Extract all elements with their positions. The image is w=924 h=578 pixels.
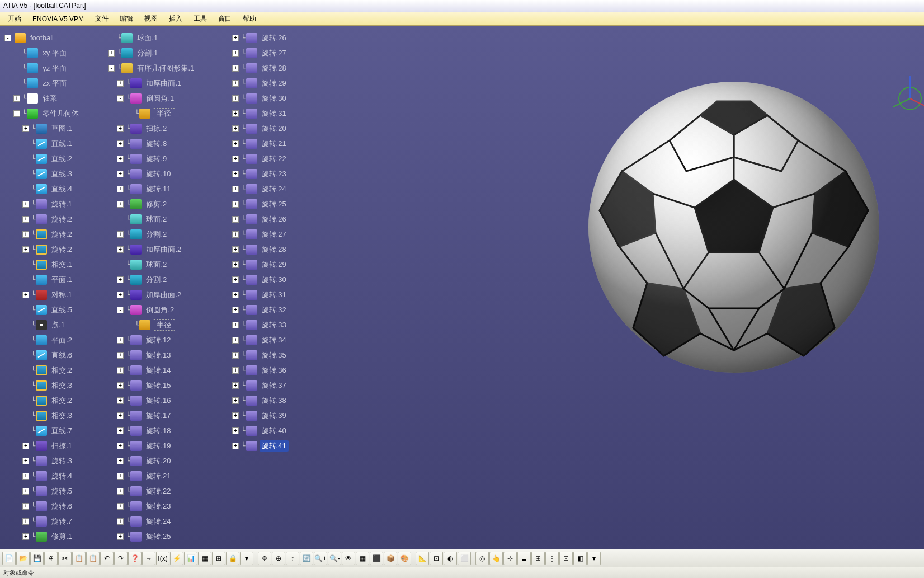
tree-node-53[interactable]: └半径 <box>88 317 203 332</box>
tree-node-60[interactable]: +└旋转.18 <box>88 423 203 438</box>
tree-node-76[interactable]: +└旋转.22 <box>203 151 295 166</box>
expand-icon[interactable]: + <box>232 367 239 374</box>
expand-icon[interactable]: + <box>117 488 124 495</box>
tree-node-6[interactable]: +└草图.1 <box>2 121 88 136</box>
tree-node-14[interactable]: +└旋转.2 <box>2 242 88 257</box>
expand-icon[interactable]: + <box>117 503 124 510</box>
toolbar-button-28[interactable]: 📦 <box>384 552 397 565</box>
toolbar-button-34[interactable]: ⬜ <box>458 552 471 565</box>
expand-icon[interactable]: + <box>232 292 239 298</box>
tree-node-36[interactable]: -└有序几何图形集.1 <box>88 60 203 76</box>
menu-编辑[interactable]: 编辑 <box>114 14 139 24</box>
expand-icon[interactable]: + <box>117 473 124 480</box>
expand-icon[interactable]: + <box>22 533 29 540</box>
tree-node-59[interactable]: +└旋转.17 <box>88 408 203 423</box>
tree-node-64[interactable]: +└旋转.22 <box>88 483 203 499</box>
toolbar-button-43[interactable]: ◧ <box>573 552 587 565</box>
toolbar-button-33[interactable]: ◐ <box>444 552 457 565</box>
expand-icon[interactable]: + <box>232 216 239 223</box>
tree-node-27[interactable]: +└扫掠.1 <box>2 438 88 453</box>
menu-插入[interactable]: 插入 <box>163 14 188 24</box>
tree-node-13[interactable]: +└旋转.2 <box>2 227 88 242</box>
toolbar-button-19[interactable]: ✥ <box>258 552 271 565</box>
toolbar-button-14[interactable]: ▦ <box>198 552 211 565</box>
expand-icon[interactable]: + <box>117 397 124 404</box>
tree-node-24[interactable]: └相交.2 <box>2 393 88 408</box>
tree-node-17[interactable]: +└对称.1 <box>2 287 88 302</box>
tree-node-85[interactable]: +└旋转.31 <box>203 287 295 302</box>
expand-icon[interactable]: + <box>117 125 124 132</box>
expand-icon[interactable]: + <box>232 95 239 102</box>
tree-node-73[interactable]: +└旋转.31 <box>203 106 295 121</box>
tree-node-35[interactable]: +└分割.1 <box>88 45 203 60</box>
expand-icon[interactable]: + <box>117 156 124 162</box>
tree-node-39[interactable]: └半径 <box>88 106 203 121</box>
tree-node-63[interactable]: +└旋转.21 <box>88 468 203 483</box>
toolbar-button-5[interactable]: 📋 <box>72 552 86 565</box>
toolbar-button-1[interactable]: 📂 <box>16 552 30 565</box>
tree-node-16[interactable]: └平面.1 <box>2 272 88 287</box>
tree-node-31[interactable]: +└旋转.6 <box>2 499 88 514</box>
tree-node-68[interactable]: +└旋转.26 <box>203 30 295 45</box>
expand-icon[interactable]: + <box>232 246 239 253</box>
expand-icon[interactable]: + <box>117 533 124 540</box>
tree-node-37[interactable]: +└加厚曲面.1 <box>88 76 203 91</box>
expand-icon[interactable]: - <box>117 95 124 102</box>
tree-node-40[interactable]: +└扫掠.2 <box>88 121 203 136</box>
expand-icon[interactable]: + <box>117 276 124 283</box>
tree-node-23[interactable]: └相交.3 <box>2 378 88 393</box>
expand-icon[interactable]: + <box>232 231 239 238</box>
toolbar-button-40[interactable]: ⊞ <box>531 552 545 565</box>
tree-node-22[interactable]: └相交.2 <box>2 363 88 378</box>
menu-帮助[interactable]: 帮助 <box>237 14 262 24</box>
expand-icon[interactable]: - <box>4 35 11 41</box>
toolbar-button-36[interactable]: ◎ <box>475 552 489 565</box>
toolbar-button-22[interactable]: 🔄 <box>300 552 313 565</box>
expand-icon[interactable]: + <box>232 140 239 147</box>
expand-icon[interactable]: + <box>117 171 124 177</box>
tree-node-65[interactable]: +└旋转.23 <box>88 499 203 514</box>
expand-icon[interactable]: + <box>22 246 29 253</box>
tree-node-51[interactable]: +└加厚曲面.2 <box>88 287 203 302</box>
expand-icon[interactable]: + <box>22 488 29 495</box>
tree-node-66[interactable]: +└旋转.24 <box>88 514 203 529</box>
tree-node-7[interactable]: └直线.1 <box>2 136 88 151</box>
expand-icon[interactable]: + <box>117 246 124 253</box>
tree-node-15[interactable]: └相交.1 <box>2 257 88 272</box>
expand-icon[interactable]: + <box>22 125 29 132</box>
tree-node-8[interactable]: └直线.2 <box>2 151 88 166</box>
tree-node-2[interactable]: └yz 平面 <box>2 60 88 76</box>
tree-node-88[interactable]: +└旋转.34 <box>203 332 295 347</box>
tree-node-57[interactable]: +└旋转.15 <box>88 378 203 393</box>
expand-icon[interactable]: + <box>108 50 115 57</box>
tree-node-79[interactable]: +└旋转.25 <box>203 196 295 212</box>
tree-node-89[interactable]: +└旋转.35 <box>203 347 295 363</box>
toolbar-button-17[interactable]: ▾ <box>240 552 253 565</box>
tree-node-95[interactable]: +└旋转.41 <box>203 438 295 453</box>
toolbar-button-8[interactable]: ↷ <box>114 552 128 565</box>
expand-icon[interactable]: + <box>232 337 239 344</box>
toolbar-button-11[interactable]: f(x) <box>156 552 169 565</box>
toolbar-button-38[interactable]: ⊹ <box>503 552 517 565</box>
toolbar-button-24[interactable]: 🔍- <box>328 552 341 565</box>
tree-node-70[interactable]: +└旋转.28 <box>203 60 295 76</box>
tree-node-62[interactable]: +└旋转.20 <box>88 453 203 468</box>
toolbar-button-10[interactable]: → <box>142 552 155 565</box>
tree-node-43[interactable]: +└旋转.10 <box>88 166 203 181</box>
tree-node-50[interactable]: +└分割.2 <box>88 272 203 287</box>
tree-node-1[interactable]: └xy 平面 <box>2 45 88 60</box>
tree-node-72[interactable]: +└旋转.30 <box>203 91 295 106</box>
menu-ENOVIA V5 VPM[interactable]: ENOVIA V5 VPM <box>27 15 89 23</box>
toolbar-button-31[interactable]: 📐 <box>416 552 429 565</box>
tree-node-56[interactable]: +└旋转.14 <box>88 363 203 378</box>
tree-node-10[interactable]: └直线.4 <box>2 181 88 196</box>
tree-node-18[interactable]: └直线.5 <box>2 302 88 317</box>
tree-node-45[interactable]: +└修剪.2 <box>88 196 203 212</box>
expand-icon[interactable]: + <box>13 95 20 102</box>
tree-node-93[interactable]: +└旋转.39 <box>203 408 295 423</box>
expand-icon[interactable]: + <box>117 140 124 147</box>
expand-icon[interactable]: + <box>22 201 29 208</box>
expand-icon[interactable]: + <box>232 50 239 57</box>
tree-node-61[interactable]: +└旋转.19 <box>88 438 203 453</box>
tree-node-54[interactable]: +└旋转.12 <box>88 332 203 347</box>
